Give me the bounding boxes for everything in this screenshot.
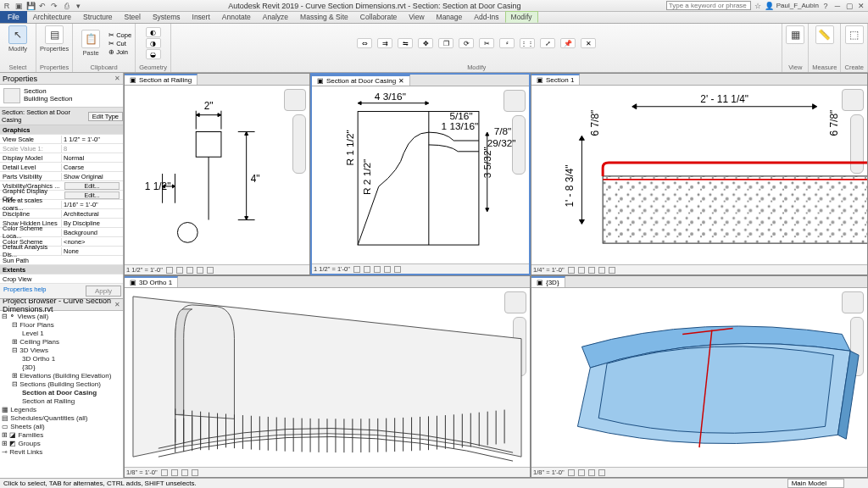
viewport-section-1[interactable]: ▣ Section 1 6 7/8" 2' - 11 1/4" 6 7/8" 1… xyxy=(531,73,868,275)
tree-ceiling[interactable]: ⊞ Ceiling Plans xyxy=(2,338,121,347)
tree-links[interactable]: ⊸ Revit Links xyxy=(2,448,121,457)
join-button[interactable]: ⊕ Join xyxy=(108,48,131,56)
tab-annotate[interactable]: Annotate xyxy=(216,11,257,23)
status-bar: Click to select, TAB for alternates, CTR… xyxy=(0,478,868,488)
paste-button[interactable]: 📋Paste xyxy=(76,30,105,57)
vp3-tab[interactable]: ▣ Section 1 xyxy=(531,74,580,85)
user-icon[interactable]: 👤 xyxy=(765,1,775,11)
tab-steel[interactable]: Steel xyxy=(119,11,147,23)
apply-button[interactable]: Apply xyxy=(86,286,121,297)
tree-families[interactable]: ⊞ ◪ Families xyxy=(2,431,121,440)
tab-systems[interactable]: Systems xyxy=(147,11,186,23)
tree-sections[interactable]: ⊟ Sections (Building Section) xyxy=(2,380,121,389)
redo-icon[interactable]: ↷ xyxy=(49,1,59,11)
tree-schedules[interactable]: ▤ Schedules/Quantities (all) xyxy=(2,414,121,423)
app-icon[interactable]: R xyxy=(2,1,12,11)
svg-text:R 2 1/2": R 2 1/2" xyxy=(361,159,373,195)
tab-insert[interactable]: Insert xyxy=(186,11,216,23)
vp4-tab[interactable]: ▣ 3D Ortho 1 xyxy=(125,276,178,287)
create-button[interactable]: ⬚ xyxy=(845,25,864,44)
workset-selector[interactable]: Main Model xyxy=(787,479,844,488)
modify-button[interactable]: ↖Modify xyxy=(3,25,32,53)
search-input[interactable] xyxy=(666,1,751,10)
tree-3dviews[interactable]: ⊟ 3D Views xyxy=(2,347,121,355)
delete-button[interactable]: ✕ xyxy=(581,38,596,48)
viewport-section-railing[interactable]: ▣ Section at Railing 2" 1 1/2" 4" xyxy=(124,73,310,275)
tree-3d[interactable]: {3D} xyxy=(2,363,121,372)
viewport-3d-ortho[interactable]: ▣ 3D Ortho 1 1/8" = 1'-0" xyxy=(124,275,531,478)
close-icon[interactable]: ✕ xyxy=(856,1,866,11)
tab-architecture[interactable]: Architecture xyxy=(27,11,77,23)
viewport-3d[interactable]: ▣ {3D} 1/8" = 1'-0" xyxy=(531,275,868,478)
vp1-tab[interactable]: ▣ Section at Railing xyxy=(125,74,198,85)
view-button[interactable]: ▦ xyxy=(786,25,804,44)
tree-sheets[interactable]: ▭ Sheets (all) xyxy=(2,423,121,431)
offset-button[interactable]: ⇉ xyxy=(377,38,392,48)
panel-properties: ▤Properties Properties xyxy=(36,24,73,72)
tree-groups[interactable]: ⊞ ◩ Groups xyxy=(2,440,121,448)
title-bar: R ▣ 💾 ↶ ↷ ⎙ ▾ Autodesk Revit 2019 - Curv… xyxy=(0,0,868,12)
trim-button[interactable]: ✂ xyxy=(479,38,494,48)
properties-help-link[interactable]: Properties help xyxy=(2,286,46,297)
browser-close-icon[interactable]: ✕ xyxy=(114,301,120,308)
copy-button[interactable]: ❐ xyxy=(438,38,453,48)
properties-close-icon[interactable]: ✕ xyxy=(114,75,120,82)
tab-massing[interactable]: Massing & Site xyxy=(294,11,354,23)
measure-button[interactable]: 📏 xyxy=(815,25,834,44)
vp2-close-icon[interactable]: ✕ xyxy=(398,77,404,85)
tab-structure[interactable]: Structure xyxy=(77,11,119,23)
rotate-button[interactable]: ⟳ xyxy=(459,38,474,48)
edit-type-button[interactable]: Edit Type xyxy=(88,112,123,121)
print-icon[interactable]: ⎙ xyxy=(61,1,71,11)
tab-file[interactable]: File xyxy=(0,11,27,23)
tree-legends[interactable]: ▦ Legends xyxy=(2,406,121,414)
properties-button[interactable]: ▤Properties xyxy=(40,25,69,53)
viewport-section-door-casing[interactable]: ▣ Section at Door Casing ✕ 4 3/16" 5/16"… xyxy=(310,73,531,275)
maximize-icon[interactable]: ▢ xyxy=(844,1,854,11)
vp2-tab[interactable]: ▣ Section at Door Casing ✕ xyxy=(312,75,410,86)
vp5-scale[interactable]: 1/8" = 1'-0" xyxy=(533,469,565,476)
cut-button[interactable]: ✂ Cut xyxy=(108,40,131,47)
svg-text:4": 4" xyxy=(251,173,260,185)
vp2-scale[interactable]: 1 1/2" = 1'-0" xyxy=(314,265,350,273)
split-button[interactable]: ⸗ xyxy=(499,38,515,48)
move-button[interactable]: ✥ xyxy=(418,38,433,48)
tree-section-rail[interactable]: Section at Railing xyxy=(2,397,121,406)
vp4-scale[interactable]: 1/8" = 1'-0" xyxy=(126,469,158,476)
view-scale-value[interactable]: 1 1/2" = 1'-0" xyxy=(61,136,123,143)
browser-title: Project Browser - Curve Section Dimensio… xyxy=(3,299,114,313)
vp5-tab[interactable]: ▣ {3D} xyxy=(531,276,565,287)
help-icon[interactable]: ? xyxy=(821,1,831,11)
graphic-display-edit-button[interactable]: Edit... xyxy=(64,191,120,199)
tab-modify[interactable]: Modify xyxy=(505,11,538,23)
cope-button[interactable]: ✂ Cope xyxy=(108,31,131,39)
tab-manage[interactable]: Manage xyxy=(431,11,469,23)
pin-button[interactable]: 📌 xyxy=(560,38,576,48)
tab-view[interactable]: View xyxy=(403,11,430,23)
tab-addins[interactable]: Add-Ins xyxy=(468,11,504,23)
tree-elevations[interactable]: ⊞ Elevations (Building Elevation) xyxy=(2,372,121,380)
undo-icon[interactable]: ↶ xyxy=(37,1,47,11)
geom-btn[interactable]: ◐ xyxy=(146,27,161,37)
mirror-button[interactable]: ⇋ xyxy=(398,38,413,48)
tab-analyze[interactable]: Analyze xyxy=(257,11,294,23)
array-button[interactable]: ⋮⋮ xyxy=(520,38,535,48)
align-button[interactable]: ⇔ xyxy=(357,38,372,48)
type-selector[interactable]: SectionBuilding Section xyxy=(0,85,123,108)
tab-collaborate[interactable]: Collaborate xyxy=(354,11,403,23)
svg-text:1 1/2": 1 1/2" xyxy=(145,180,171,192)
open-icon[interactable]: ▣ xyxy=(14,1,24,11)
vp3-scale[interactable]: 1/4" = 1'-0" xyxy=(533,266,565,274)
tree-section-door[interactable]: Section at Door Casing xyxy=(2,389,121,397)
tree-views[interactable]: ⊟ ⚬ Views (all) xyxy=(2,313,121,321)
vp1-scale[interactable]: 1 1/2" = 1'-0" xyxy=(126,266,163,274)
visibility-edit-button[interactable]: Edit... xyxy=(64,182,120,190)
tree-floorplans[interactable]: ⊟ Floor Plans xyxy=(2,321,121,330)
tree-level1[interactable]: Level 1 xyxy=(2,330,121,338)
star-icon[interactable]: ☆ xyxy=(753,1,763,11)
scale-button[interactable]: ⤢ xyxy=(540,38,555,48)
save-icon[interactable]: 💾 xyxy=(25,1,36,11)
qat-more-icon[interactable]: ▾ xyxy=(73,1,83,11)
tree-3dortho[interactable]: 3D Ortho 1 xyxy=(2,355,121,363)
minimize-icon[interactable]: ─ xyxy=(832,1,843,11)
